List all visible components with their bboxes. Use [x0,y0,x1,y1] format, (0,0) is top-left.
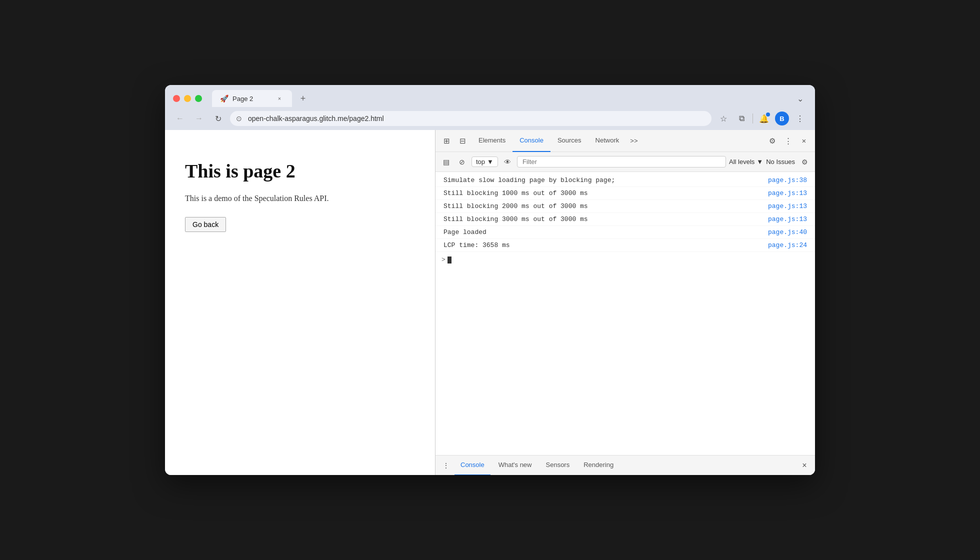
log-entry: Still blocking 3000 ms out of 3000 ms pa… [436,213,815,226]
active-tab[interactable]: 🚀 Page 2 × [212,90,292,107]
devtools-actions: ⚙ ⋮ × [765,134,811,148]
log-entry: LCP time: 3658 ms page.js:24 [436,239,815,252]
close-traffic-light[interactable] [173,95,180,102]
console-filter-input[interactable] [517,156,726,168]
no-issues-label: No Issues [766,158,795,166]
back-button[interactable]: ← [173,112,187,126]
console-cursor[interactable] [448,256,452,264]
url-container: ⊙ [230,111,712,126]
console-levels-button[interactable]: All levels ▼ [729,158,763,166]
log-text: Page loaded [444,228,768,236]
log-source-link[interactable]: page.js:13 [768,216,807,223]
drawer-tab-whats-new[interactable]: What's new [492,456,538,476]
title-bar: 🚀 Page 2 × + ⌄ [165,85,815,107]
log-source-link[interactable]: page.js:13 [768,190,807,197]
profile-button[interactable]: B [775,112,789,126]
console-gear-button[interactable]: ⚙ [798,156,811,168]
notifications-button[interactable]: 🔔 [757,112,771,126]
devtools-panel: ⊞ ⊟ Elements Console Sources Network >> … [435,130,815,475]
context-dropdown-icon: ▼ [487,158,494,166]
devtools-toggle-button[interactable]: ⊞ [440,134,454,148]
devtools-drawer: ⋮ Console What's new Sensors Rendering × [436,455,815,475]
devtools-more-button[interactable]: ⋮ [781,134,795,148]
log-entry: Page loaded page.js:40 [436,226,815,239]
tab-elements[interactable]: Elements [472,130,512,152]
all-levels-dropdown-icon: ▼ [756,158,763,166]
console-eye-button[interactable]: 👁 [501,156,514,168]
log-text: LCP time: 3658 ms [444,242,768,249]
console-clear-button[interactable]: ⊘ [456,156,468,168]
reload-button[interactable]: ↻ [211,112,225,126]
forward-button[interactable]: → [192,112,206,126]
chrome-menu-button[interactable]: ⋮ [793,112,807,126]
address-actions: ☆ ⧉ 🔔 B ⋮ [716,112,807,126]
extensions-button[interactable]: ⧉ [734,112,748,126]
log-source-link[interactable]: page.js:38 [768,176,807,184]
console-context-selector[interactable]: top ▼ [472,156,498,167]
log-text: Still blocking 2000 ms out of 3000 ms [444,202,768,210]
tab-row: 🚀 Page 2 × + ⌄ [173,90,807,107]
maximize-traffic-light[interactable] [195,95,202,102]
drawer-close-button[interactable]: × [798,459,811,472]
devtools-close-button[interactable]: × [797,134,811,148]
log-text: Still blocking 3000 ms out of 3000 ms [444,216,768,223]
drawer-tab-rendering[interactable]: Rendering [578,456,620,476]
log-source-link[interactable]: page.js:40 [768,228,807,236]
tab-favicon: 🚀 [220,94,228,102]
notification-dot [766,112,770,116]
drawer-tab-sensors[interactable]: Sensors [540,456,576,476]
console-input-row: > [436,252,815,268]
tab-close-button[interactable]: × [275,94,284,103]
drawer-tab-console[interactable]: Console [454,456,490,476]
console-prompt: > [442,256,446,264]
context-label: top [476,158,485,166]
log-source-link[interactable]: page.js:13 [768,202,807,210]
devtools-tabs: Elements Console Sources Network >> [472,130,763,152]
page-heading: This is page 2 [185,160,415,182]
devtools-dock-button[interactable]: ⊟ [456,134,470,148]
toolbar-divider [752,114,753,124]
devtools-settings-button[interactable]: ⚙ [765,134,779,148]
page-description: This is a demo of the Speculation Rules … [185,194,415,203]
tab-more[interactable]: >> [626,130,642,152]
log-entry: Still blocking 2000 ms out of 3000 ms pa… [436,200,815,213]
tab-title: Page 2 [232,95,253,102]
traffic-lights [173,95,202,102]
url-security-icon: ⊙ [236,114,242,122]
log-entry: Still blocking 1000 ms out of 3000 ms pa… [436,187,815,200]
new-tab-button[interactable]: + [296,92,310,106]
all-levels-label: All levels [729,158,754,166]
minimize-traffic-light[interactable] [184,95,191,102]
tab-network[interactable]: Network [588,130,626,152]
tab-console[interactable]: Console [512,130,550,152]
devtools-toolbar: ⊞ ⊟ Elements Console Sources Network >> … [436,130,815,152]
main-content: This is page 2 This is a demo of the Spe… [165,130,815,475]
drawer-menu-button[interactable]: ⋮ [440,459,452,472]
log-entry: Simulate slow loading page by blocking p… [436,174,815,187]
tab-sources[interactable]: Sources [550,130,588,152]
go-back-button[interactable]: Go back [185,217,226,232]
bookmark-button[interactable]: ☆ [716,112,730,126]
address-bar: ← → ↻ ⊙ ☆ ⧉ 🔔 B ⋮ [165,107,815,130]
console-log-area[interactable]: Simulate slow loading page by blocking p… [436,172,815,455]
log-text: Simulate slow loading page by blocking p… [444,176,768,184]
console-toolbar: ▤ ⊘ top ▼ 👁 All levels ▼ No Issues ⚙ [436,152,815,172]
log-source-link[interactable]: page.js:24 [768,242,807,249]
url-input[interactable] [230,111,712,126]
console-sidebar-toggle[interactable]: ▤ [440,156,452,168]
log-text: Still blocking 1000 ms out of 3000 ms [444,190,768,197]
tab-dropdown-button[interactable]: ⌄ [793,92,807,106]
webpage: This is page 2 This is a demo of the Spe… [165,130,435,475]
browser-window: 🚀 Page 2 × + ⌄ ← → ↻ ⊙ ☆ ⧉ 🔔 B ⋮ [165,85,815,475]
